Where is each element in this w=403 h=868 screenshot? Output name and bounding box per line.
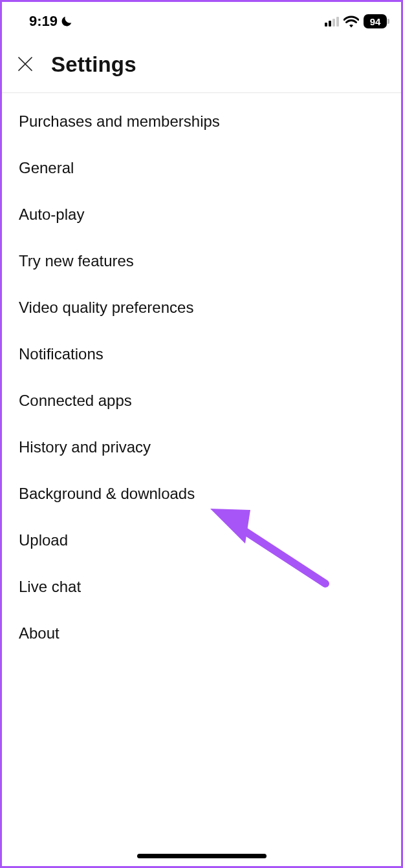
header: Settings [2, 34, 401, 93]
close-icon [16, 54, 35, 76]
settings-item-history-privacy[interactable]: History and privacy [2, 424, 401, 471]
cellular-signal-icon [325, 16, 339, 26]
settings-item-video-quality[interactable]: Video quality preferences [2, 284, 401, 331]
settings-item-live-chat[interactable]: Live chat [2, 564, 401, 610]
home-indicator[interactable] [137, 854, 267, 858]
settings-list: Purchases and memberships General Auto-p… [2, 93, 401, 662]
settings-item-auto-play[interactable]: Auto-play [2, 191, 401, 238]
settings-item-notifications[interactable]: Notifications [2, 331, 401, 377]
settings-item-upload[interactable]: Upload [2, 517, 401, 564]
status-right: 94 [325, 14, 387, 28]
status-bar: 9:19 94 [2, 2, 401, 34]
settings-item-connected-apps[interactable]: Connected apps [2, 377, 401, 424]
status-left: 9:19 [29, 13, 73, 30]
close-button[interactable] [15, 54, 36, 75]
settings-item-general[interactable]: General [2, 145, 401, 191]
do-not-disturb-icon [60, 15, 73, 28]
settings-item-purchases-memberships[interactable]: Purchases and memberships [2, 98, 401, 145]
battery-level: 94 [370, 16, 381, 27]
page-title: Settings [51, 52, 136, 77]
settings-item-background-downloads[interactable]: Background & downloads [2, 471, 401, 517]
settings-item-try-new-features[interactable]: Try new features [2, 238, 401, 284]
battery-icon: 94 [364, 14, 387, 28]
settings-item-about[interactable]: About [2, 610, 401, 657]
wifi-icon [343, 15, 359, 28]
status-time: 9:19 [29, 13, 58, 30]
